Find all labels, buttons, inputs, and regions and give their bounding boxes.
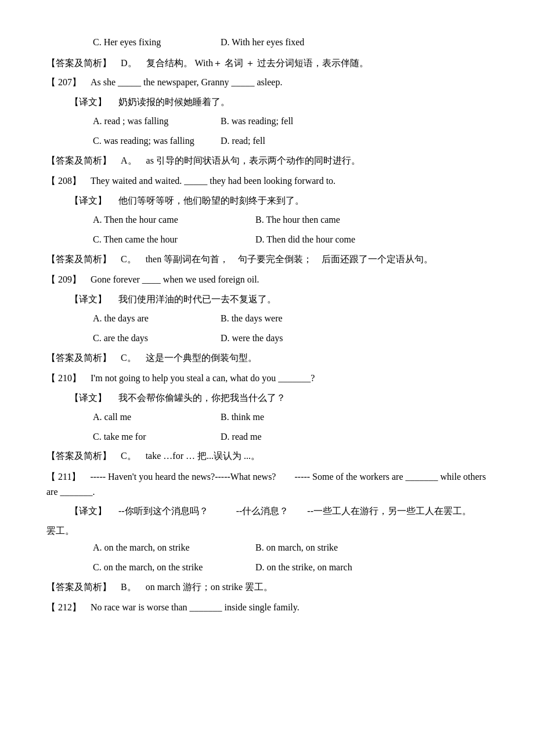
q208-option-c: C. Then came the hour [93, 232, 255, 247]
q209-option-a: A. the days are [93, 311, 221, 326]
q211-options-ab: A. on the march, on strike B. on march, … [46, 540, 488, 555]
q209-options-cd: C. are the days D. were the days [46, 331, 488, 346]
q207-option-a: A. read ; was falling [93, 114, 221, 129]
q209-option-d: D. were the days [221, 331, 348, 346]
q210-option-c: C. take me for [93, 429, 221, 444]
q211-answer: 【答案及简析】 B。 on march 游行；on strike 罢工。 [46, 580, 488, 595]
q212-stem: 【 212】 No race war is worse than _______… [46, 600, 488, 615]
q209-stem: 【 209】 Gone forever ____ when we used fo… [46, 272, 488, 287]
q211-trans-continuation: 罢工。 [46, 523, 488, 538]
q207-section: 【 207】 As she _____ the newspaper, Grann… [46, 75, 488, 168]
q208-option-b: B. The hour then came [255, 212, 418, 227]
q211-stem: 【 211】 ----- Haven't you heard the news?… [46, 469, 488, 499]
q210-option-d: D. read me [221, 429, 348, 444]
q210-options-ab: A. call me B. think me [46, 410, 488, 425]
q207-stem: 【 207】 As she _____ the newspaper, Grann… [46, 75, 488, 90]
q209-option-c: C. are the days [93, 331, 221, 346]
q207-options-ab: A. read ; was falling B. was reading; fe… [46, 114, 488, 129]
q211-section: 【 211】 ----- Haven't you heard the news?… [46, 469, 488, 594]
q208-options-ab: A. Then the hour came B. The hour then c… [46, 212, 488, 227]
q206-answer: 【答案及简析】 D。 复合结构。 With＋ 名词 ＋ 过去分词短语，表示伴随。 [46, 56, 488, 71]
q207-option-c: C. was reading; was falling [93, 133, 221, 149]
q209-section: 【 209】 Gone forever ____ when we used fo… [46, 272, 488, 365]
q208-section: 【 208】 They waited and waited. _____ the… [46, 173, 488, 266]
q206-options: C. Her eyes fixing D. With her eyes fixe… [46, 35, 488, 50]
q206-option-c: C. Her eyes fixing [93, 35, 221, 50]
q207-option-d: D. read; fell [221, 133, 348, 149]
q207-translation: 【译文】 奶奶读报的时候她睡着了。 [46, 95, 488, 110]
q211-option-d: D. on the strike, on march [255, 560, 418, 575]
q211-option-b: B. on march, on strike [255, 540, 418, 555]
q208-options-cd: C. Then came the hour D. Then did the ho… [46, 232, 488, 247]
q211-translation: 【译文】 --你听到这个消息吗？ --什么消息？ --一些工人在游行，另一些工人… [46, 504, 488, 519]
q212-section: 【 212】 No race war is worse than _______… [46, 600, 488, 615]
q210-stem: 【 210】 I'm not going to help you steal a… [46, 371, 488, 386]
q206-answer-text: 【答案及简析】 D。 复合结构。 With＋ 名词 ＋ 过去分词短语，表示伴随。 [46, 58, 369, 68]
q210-translation: 【译文】 我不会帮你偷罐头的，你把我当什么了？ [46, 390, 488, 406]
q208-option-a: A. Then the hour came [93, 212, 255, 227]
q208-translation: 【译文】 他们等呀等呀，他们盼望的时刻终于来到了。 [46, 193, 488, 208]
q208-stem: 【 208】 They waited and waited. _____ the… [46, 173, 488, 189]
q211-option-c: C. on the march, on the strike [93, 560, 255, 575]
q210-option-a: A. call me [93, 410, 221, 425]
q208-answer: 【答案及简析】 C。 then 等副词在句首， 句子要完全倒装； 后面还跟了一个… [46, 252, 488, 267]
q210-answer: 【答案及简析】 C。 take …for … 把...误认为 ...。 [46, 448, 488, 464]
q206-option-d: D. With her eyes fixed [221, 35, 348, 50]
q207-option-b: B. was reading; fell [221, 114, 348, 129]
q209-options-ab: A. the days are B. the days were [46, 311, 488, 326]
q209-translation: 【译文】 我们使用洋油的时代已一去不复返了。 [46, 292, 488, 307]
q209-option-b: B. the days were [221, 311, 348, 326]
q210-section: 【 210】 I'm not going to help you steal a… [46, 371, 488, 464]
q208-option-d: D. Then did the hour come [255, 232, 418, 247]
q211-options-cd: C. on the march, on the strike D. on the… [46, 560, 488, 575]
q210-option-b: B. think me [221, 410, 348, 425]
q207-options-cd: C. was reading; was falling D. read; fel… [46, 133, 488, 149]
q209-answer: 【答案及简析】 C。 这是一个典型的倒装句型。 [46, 350, 488, 366]
q207-answer: 【答案及简析】 A。 as 引导的时间状语从句，表示两个动作的同时进行。 [46, 153, 488, 168]
q210-options-cd: C. take me for D. read me [46, 429, 488, 444]
q211-option-a: A. on the march, on strike [93, 540, 255, 555]
